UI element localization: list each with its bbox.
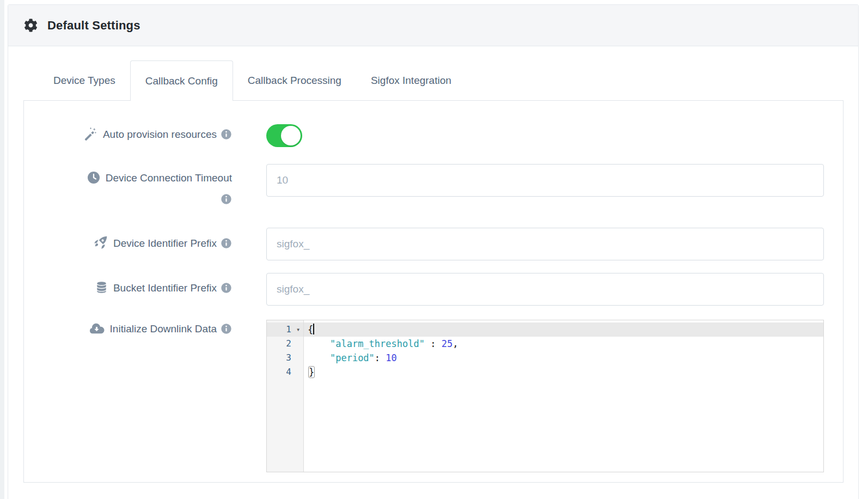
connection-timeout-label-text: Device Connection Timeout xyxy=(106,172,232,184)
code-line-3: "period": 10 xyxy=(304,351,823,365)
default-settings-panel: Default Settings Device Types Callback C… xyxy=(8,4,859,499)
form-row-auto-provision: Auto provision resources xyxy=(32,124,843,147)
json-code-editor[interactable]: 1 ▾ 2 3 4 xyxy=(266,320,824,472)
code-line-1: { xyxy=(304,322,823,337)
tab-callback-config[interactable]: Callback Config xyxy=(130,60,233,101)
device-prefix-input[interactable] xyxy=(266,228,824,260)
bucket-prefix-label: Bucket Identifier Prefix xyxy=(32,281,232,298)
rocket-icon xyxy=(94,235,108,253)
line-number: 3 xyxy=(267,351,293,365)
clock-icon xyxy=(87,171,100,188)
info-icon[interactable] xyxy=(221,238,232,249)
downlink-data-label: Initialize Downlink Data xyxy=(32,320,232,339)
page-edge-strip xyxy=(0,0,4,499)
fold-arrow-icon[interactable]: ▾ xyxy=(293,322,303,337)
page-title: Default Settings xyxy=(47,19,140,33)
code-line-2: "alarm_threshold" : 25, xyxy=(304,337,823,351)
editor-gutter: 1 ▾ 2 3 4 xyxy=(267,320,304,472)
gutter-line-2: 2 xyxy=(267,337,303,351)
code-line-4: } xyxy=(304,365,823,379)
device-prefix-control xyxy=(266,228,824,260)
line-number: 4 xyxy=(267,365,293,379)
bucket-prefix-control xyxy=(266,273,824,306)
bucket-prefix-input[interactable] xyxy=(266,273,824,306)
gear-icon xyxy=(24,19,38,32)
info-icon[interactable] xyxy=(221,282,232,294)
editor-code-area[interactable]: { "alarm_threshold" : 25, "period": 10 } xyxy=(304,320,823,472)
auto-provision-label: Auto provision resources xyxy=(32,127,232,144)
bucket-prefix-label-text: Bucket Identifier Prefix xyxy=(113,282,217,294)
gutter-line-4: 4 xyxy=(267,365,303,379)
text-cursor xyxy=(313,324,314,334)
auto-provision-control xyxy=(266,124,302,147)
auto-provision-label-text: Auto provision resources xyxy=(103,129,217,140)
connection-timeout-label: Device Connection Timeout xyxy=(32,164,232,205)
panel-header: Default Settings xyxy=(8,5,858,46)
info-icon[interactable] xyxy=(221,129,232,140)
downlink-data-control: 1 ▾ 2 3 4 xyxy=(266,320,824,472)
auto-provision-toggle[interactable] xyxy=(266,124,302,147)
toggle-knob xyxy=(281,126,301,145)
panel-body: Device Types Callback Config Callback Pr… xyxy=(8,46,858,483)
device-prefix-label-text: Device Identifier Prefix xyxy=(113,238,217,249)
tab-sigfox-integration[interactable]: Sigfox Integration xyxy=(356,60,466,101)
form-row-device-prefix: Device Identifier Prefix xyxy=(32,228,843,260)
line-number: 1 xyxy=(267,322,293,337)
form-row-bucket-prefix: Bucket Identifier Prefix xyxy=(32,273,843,306)
tab-bar: Device Types Callback Config Callback Pr… xyxy=(23,60,843,101)
form-row-connection-timeout: Device Connection Timeout xyxy=(32,164,843,205)
form-row-downlink-data: Initialize Downlink Data 1 ▾ 2 xyxy=(32,320,843,472)
info-icon[interactable] xyxy=(221,323,232,334)
info-icon[interactable] xyxy=(221,193,232,205)
device-prefix-label: Device Identifier Prefix xyxy=(32,235,232,253)
cloud-download-icon xyxy=(89,322,105,339)
gutter-line-3: 3 xyxy=(267,351,303,365)
tab-device-types[interactable]: Device Types xyxy=(39,60,130,101)
database-icon xyxy=(95,281,108,298)
connection-timeout-input[interactable] xyxy=(266,164,824,197)
tab-callback-processing[interactable]: Callback Processing xyxy=(233,60,356,101)
downlink-data-label-text: Initialize Downlink Data xyxy=(110,323,217,334)
magic-wand-icon xyxy=(83,127,97,144)
gutter-line-1: 1 ▾ xyxy=(267,322,303,337)
callback-config-tab-content: Auto provision resources Device Connecti… xyxy=(23,100,843,483)
connection-timeout-control xyxy=(266,164,824,197)
line-number: 2 xyxy=(267,337,293,351)
